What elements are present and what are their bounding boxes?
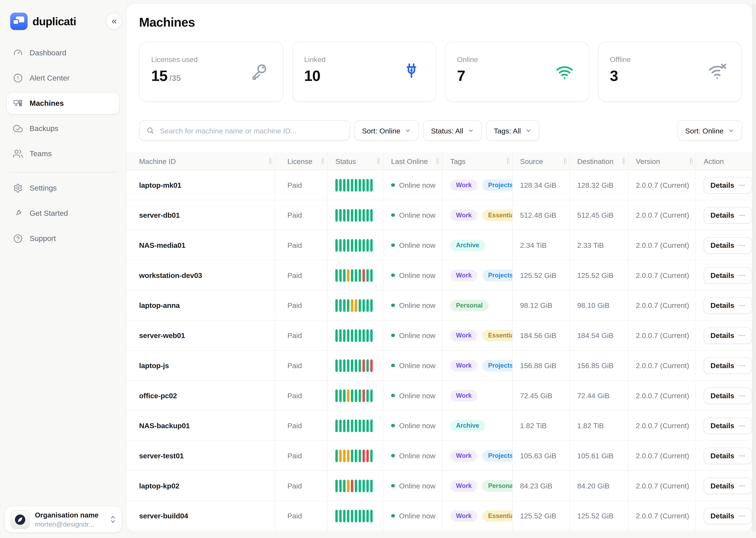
sidebar-item-label: Machines bbox=[29, 99, 64, 108]
stat-value: 3 bbox=[610, 68, 618, 85]
column-resize-handle[interactable] bbox=[322, 158, 324, 164]
details-label: Details bbox=[711, 392, 734, 400]
column-resize-handle[interactable] bbox=[623, 158, 625, 164]
destination-cell: 84.20 GiB bbox=[569, 471, 628, 501]
stat-value: 15 bbox=[151, 68, 167, 85]
status-bars bbox=[335, 239, 372, 251]
status-bar-g bbox=[366, 479, 368, 492]
status-bar-g bbox=[335, 450, 338, 462]
license-cell: Paid bbox=[275, 381, 327, 410]
brand-row: duplicati bbox=[10, 13, 120, 30]
status-cell bbox=[327, 381, 383, 410]
sidebar-item-machines[interactable]: Machines bbox=[7, 93, 119, 114]
column-header-action: Action bbox=[695, 152, 752, 170]
sidebar-item-support[interactable]: Support bbox=[7, 228, 119, 249]
details-button[interactable]: Details bbox=[704, 357, 752, 374]
status-bar-g bbox=[358, 179, 361, 191]
license-cell: Paid bbox=[275, 471, 327, 501]
sidebar-item-backups[interactable]: Backups bbox=[7, 118, 119, 139]
status-bar-g bbox=[355, 450, 357, 462]
sidebar-nav-secondary: SettingsGet StartedSupport bbox=[7, 178, 119, 253]
sidebar-item-settings[interactable]: Settings bbox=[7, 178, 119, 199]
action-cell: Details bbox=[695, 350, 752, 380]
details-button[interactable]: Details bbox=[704, 387, 752, 404]
column-resize-handle[interactable] bbox=[437, 158, 439, 164]
org-name: Organisation name bbox=[35, 511, 105, 520]
sidebar-item-get-started[interactable]: Get Started bbox=[7, 203, 119, 224]
status-bar-o bbox=[347, 389, 349, 402]
details-button[interactable]: Details bbox=[704, 237, 752, 253]
vertical-scrollbar[interactable] bbox=[752, 3, 755, 532]
sidebar-collapse-button[interactable] bbox=[106, 13, 122, 29]
status-bar-g bbox=[347, 329, 349, 342]
details-button[interactable]: Details bbox=[704, 297, 752, 313]
details-button[interactable]: Details bbox=[704, 417, 752, 434]
destination-cell: 512.45 GiB bbox=[569, 200, 628, 230]
details-button[interactable]: Details bbox=[704, 477, 752, 494]
filter-sort-online[interactable]: Sort: Online bbox=[354, 120, 419, 141]
version-cell: 2.0.0.7 (Current) bbox=[628, 381, 695, 410]
machine-id-cell bbox=[126, 531, 275, 532]
details-button[interactable]: Details bbox=[704, 327, 752, 344]
source-cell: 125.52 GiB bbox=[512, 260, 569, 290]
sidebar-item-dashboard[interactable]: Dashboard bbox=[7, 42, 119, 64]
status-bar-g bbox=[351, 419, 353, 432]
column-resize-handle[interactable] bbox=[507, 158, 509, 164]
tag-projects: Projects bbox=[482, 269, 512, 281]
tags-cell: WorkProjects bbox=[442, 350, 512, 380]
cloud-check-icon bbox=[13, 124, 23, 133]
sidebar-item-label: Dashboard bbox=[29, 48, 66, 57]
online-dot bbox=[391, 363, 395, 367]
wifi-icon bbox=[554, 62, 574, 81]
version-cell: 2.0.0.7 (Current) bbox=[628, 501, 695, 531]
status-bar-g bbox=[370, 299, 372, 311]
status-bar-g bbox=[335, 329, 338, 342]
status-bar-g bbox=[343, 510, 346, 522]
table-row: server-web01PaidOnline nowWorkEssential1… bbox=[126, 320, 752, 350]
status-bar-g bbox=[335, 479, 338, 492]
online-dot bbox=[391, 303, 395, 307]
status-bars bbox=[335, 359, 372, 372]
column-header-tags: Tags bbox=[442, 152, 512, 170]
details-button[interactable]: Details bbox=[704, 177, 752, 193]
search-input[interactable] bbox=[159, 126, 343, 135]
source-cell: 98.12 GiB bbox=[512, 291, 569, 320]
machines-icon bbox=[13, 98, 23, 108]
machine-id-cell: server-test01 bbox=[126, 441, 275, 470]
sort-right-button[interactable]: Sort: Online bbox=[678, 120, 742, 141]
column-resize-handle[interactable] bbox=[690, 158, 692, 164]
details-button[interactable]: Details bbox=[704, 267, 752, 283]
details-button[interactable]: Details bbox=[704, 508, 752, 524]
tags-cell: WorkEssential bbox=[442, 200, 512, 230]
filter-status-all[interactable]: Status: All bbox=[423, 120, 482, 141]
status-cell bbox=[327, 441, 383, 470]
details-button[interactable]: Details bbox=[704, 448, 752, 464]
filter-tags-all[interactable]: Tags: All bbox=[486, 120, 539, 141]
last-online-cell: Online now bbox=[383, 320, 442, 350]
org-switcher[interactable]: Organisation name morten@designdr... bbox=[5, 507, 121, 533]
status-bar-g bbox=[370, 510, 372, 522]
column-resize-handle[interactable] bbox=[564, 158, 566, 164]
status-bar-g bbox=[362, 179, 365, 191]
details-button[interactable]: Details bbox=[704, 207, 752, 223]
sidebar-item-alert-center[interactable]: Alert Center bbox=[7, 68, 119, 89]
details-label: Details bbox=[711, 271, 734, 279]
sidebar-item-teams[interactable]: Teams bbox=[7, 143, 119, 164]
status-bar-g bbox=[362, 239, 365, 251]
source-cell bbox=[512, 531, 569, 532]
tags-cell: Archive bbox=[442, 411, 512, 441]
tags-cell: Personal bbox=[442, 291, 512, 320]
plug-diagonal-icon bbox=[13, 209, 23, 218]
status-bar-g bbox=[362, 510, 365, 522]
column-resize-handle[interactable] bbox=[377, 158, 380, 164]
status-bar-g bbox=[358, 269, 361, 282]
online-dot bbox=[391, 514, 395, 518]
ellipsis-icon bbox=[739, 212, 745, 219]
wifi-off-icon bbox=[708, 62, 727, 81]
status-bar-g bbox=[358, 419, 361, 432]
status-bar-g bbox=[347, 359, 349, 372]
ellipsis-icon bbox=[739, 332, 745, 339]
tag-essential: Essential bbox=[482, 209, 512, 221]
main-panel: Machines Licenses used15/35Linked10Onlin… bbox=[126, 3, 752, 532]
column-resize-handle[interactable] bbox=[269, 158, 272, 164]
